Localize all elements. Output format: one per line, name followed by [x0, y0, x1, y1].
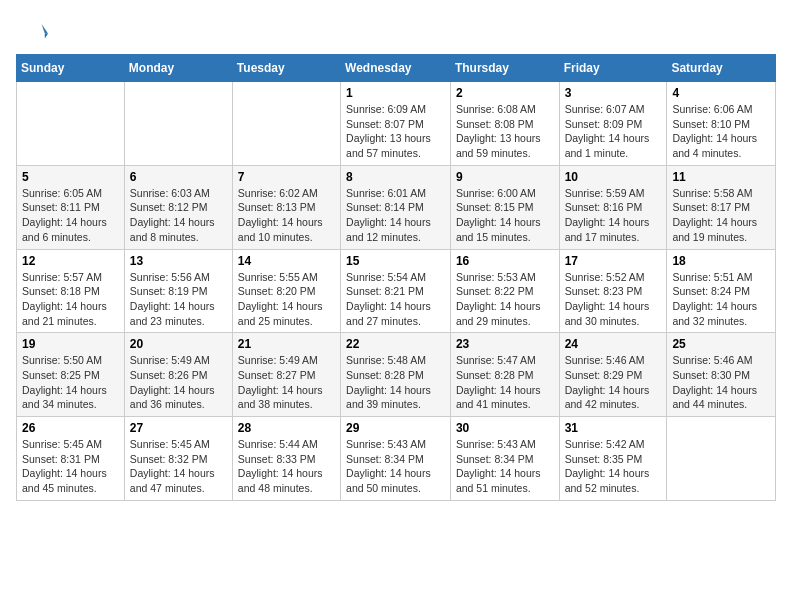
day-number: 13 [130, 254, 227, 268]
day-info: Sunrise: 5:54 AM Sunset: 8:21 PM Dayligh… [346, 270, 445, 329]
logo-icon [16, 16, 48, 48]
calendar-cell: 31Sunrise: 5:42 AM Sunset: 8:35 PM Dayli… [559, 417, 667, 501]
weekday-header-row: SundayMondayTuesdayWednesdayThursdayFrid… [17, 55, 776, 82]
day-info: Sunrise: 5:58 AM Sunset: 8:17 PM Dayligh… [672, 186, 770, 245]
calendar-cell: 9Sunrise: 6:00 AM Sunset: 8:15 PM Daylig… [450, 165, 559, 249]
calendar-cell: 30Sunrise: 5:43 AM Sunset: 8:34 PM Dayli… [450, 417, 559, 501]
day-info: Sunrise: 6:07 AM Sunset: 8:09 PM Dayligh… [565, 102, 662, 161]
calendar-cell: 11Sunrise: 5:58 AM Sunset: 8:17 PM Dayli… [667, 165, 776, 249]
weekday-thursday: Thursday [450, 55, 559, 82]
day-number: 3 [565, 86, 662, 100]
calendar-cell: 1Sunrise: 6:09 AM Sunset: 8:07 PM Daylig… [341, 82, 451, 166]
day-number: 22 [346, 337, 445, 351]
day-number: 30 [456, 421, 554, 435]
day-info: Sunrise: 5:43 AM Sunset: 8:34 PM Dayligh… [346, 437, 445, 496]
day-number: 1 [346, 86, 445, 100]
day-number: 25 [672, 337, 770, 351]
day-number: 5 [22, 170, 119, 184]
calendar-cell: 14Sunrise: 5:55 AM Sunset: 8:20 PM Dayli… [232, 249, 340, 333]
calendar-cell: 5Sunrise: 6:05 AM Sunset: 8:11 PM Daylig… [17, 165, 125, 249]
day-number: 21 [238, 337, 335, 351]
day-info: Sunrise: 5:57 AM Sunset: 8:18 PM Dayligh… [22, 270, 119, 329]
day-number: 19 [22, 337, 119, 351]
day-number: 16 [456, 254, 554, 268]
day-info: Sunrise: 6:08 AM Sunset: 8:08 PM Dayligh… [456, 102, 554, 161]
day-info: Sunrise: 5:44 AM Sunset: 8:33 PM Dayligh… [238, 437, 335, 496]
week-row-1: 1Sunrise: 6:09 AM Sunset: 8:07 PM Daylig… [17, 82, 776, 166]
day-info: Sunrise: 5:47 AM Sunset: 8:28 PM Dayligh… [456, 353, 554, 412]
week-row-5: 26Sunrise: 5:45 AM Sunset: 8:31 PM Dayli… [17, 417, 776, 501]
calendar-cell: 17Sunrise: 5:52 AM Sunset: 8:23 PM Dayli… [559, 249, 667, 333]
weekday-friday: Friday [559, 55, 667, 82]
day-info: Sunrise: 5:50 AM Sunset: 8:25 PM Dayligh… [22, 353, 119, 412]
day-number: 26 [22, 421, 119, 435]
calendar-cell: 7Sunrise: 6:02 AM Sunset: 8:13 PM Daylig… [232, 165, 340, 249]
calendar-cell [17, 82, 125, 166]
day-number: 15 [346, 254, 445, 268]
day-number: 9 [456, 170, 554, 184]
day-info: Sunrise: 6:03 AM Sunset: 8:12 PM Dayligh… [130, 186, 227, 245]
calendar-cell: 19Sunrise: 5:50 AM Sunset: 8:25 PM Dayli… [17, 333, 125, 417]
weekday-monday: Monday [124, 55, 232, 82]
day-number: 27 [130, 421, 227, 435]
day-number: 28 [238, 421, 335, 435]
day-number: 11 [672, 170, 770, 184]
calendar-cell: 8Sunrise: 6:01 AM Sunset: 8:14 PM Daylig… [341, 165, 451, 249]
calendar-cell: 20Sunrise: 5:49 AM Sunset: 8:26 PM Dayli… [124, 333, 232, 417]
calendar-cell [124, 82, 232, 166]
day-info: Sunrise: 5:55 AM Sunset: 8:20 PM Dayligh… [238, 270, 335, 329]
calendar-cell: 3Sunrise: 6:07 AM Sunset: 8:09 PM Daylig… [559, 82, 667, 166]
svg-marker-0 [42, 24, 48, 34]
day-info: Sunrise: 5:56 AM Sunset: 8:19 PM Dayligh… [130, 270, 227, 329]
week-row-3: 12Sunrise: 5:57 AM Sunset: 8:18 PM Dayli… [17, 249, 776, 333]
day-info: Sunrise: 5:42 AM Sunset: 8:35 PM Dayligh… [565, 437, 662, 496]
calendar-cell: 4Sunrise: 6:06 AM Sunset: 8:10 PM Daylig… [667, 82, 776, 166]
week-row-4: 19Sunrise: 5:50 AM Sunset: 8:25 PM Dayli… [17, 333, 776, 417]
day-info: Sunrise: 5:43 AM Sunset: 8:34 PM Dayligh… [456, 437, 554, 496]
calendar-cell: 22Sunrise: 5:48 AM Sunset: 8:28 PM Dayli… [341, 333, 451, 417]
calendar-cell: 27Sunrise: 5:45 AM Sunset: 8:32 PM Dayli… [124, 417, 232, 501]
day-number: 29 [346, 421, 445, 435]
day-number: 12 [22, 254, 119, 268]
day-number: 4 [672, 86, 770, 100]
day-number: 17 [565, 254, 662, 268]
day-number: 24 [565, 337, 662, 351]
calendar-cell: 24Sunrise: 5:46 AM Sunset: 8:29 PM Dayli… [559, 333, 667, 417]
day-info: Sunrise: 5:49 AM Sunset: 8:27 PM Dayligh… [238, 353, 335, 412]
day-number: 20 [130, 337, 227, 351]
calendar-table: SundayMondayTuesdayWednesdayThursdayFrid… [16, 54, 776, 501]
day-number: 10 [565, 170, 662, 184]
logo [16, 16, 52, 48]
day-info: Sunrise: 5:46 AM Sunset: 8:30 PM Dayligh… [672, 353, 770, 412]
svg-marker-1 [45, 34, 48, 39]
calendar-cell: 23Sunrise: 5:47 AM Sunset: 8:28 PM Dayli… [450, 333, 559, 417]
calendar-cell: 18Sunrise: 5:51 AM Sunset: 8:24 PM Dayli… [667, 249, 776, 333]
day-info: Sunrise: 5:53 AM Sunset: 8:22 PM Dayligh… [456, 270, 554, 329]
weekday-wednesday: Wednesday [341, 55, 451, 82]
calendar-cell: 6Sunrise: 6:03 AM Sunset: 8:12 PM Daylig… [124, 165, 232, 249]
day-info: Sunrise: 6:00 AM Sunset: 8:15 PM Dayligh… [456, 186, 554, 245]
day-number: 6 [130, 170, 227, 184]
calendar-cell [667, 417, 776, 501]
day-info: Sunrise: 5:48 AM Sunset: 8:28 PM Dayligh… [346, 353, 445, 412]
day-number: 2 [456, 86, 554, 100]
day-info: Sunrise: 5:46 AM Sunset: 8:29 PM Dayligh… [565, 353, 662, 412]
day-info: Sunrise: 5:45 AM Sunset: 8:32 PM Dayligh… [130, 437, 227, 496]
weekday-sunday: Sunday [17, 55, 125, 82]
day-info: Sunrise: 6:06 AM Sunset: 8:10 PM Dayligh… [672, 102, 770, 161]
day-info: Sunrise: 6:02 AM Sunset: 8:13 PM Dayligh… [238, 186, 335, 245]
day-number: 8 [346, 170, 445, 184]
day-info: Sunrise: 5:59 AM Sunset: 8:16 PM Dayligh… [565, 186, 662, 245]
calendar-cell: 25Sunrise: 5:46 AM Sunset: 8:30 PM Dayli… [667, 333, 776, 417]
calendar-cell: 12Sunrise: 5:57 AM Sunset: 8:18 PM Dayli… [17, 249, 125, 333]
page-header [16, 16, 776, 48]
calendar-cell: 16Sunrise: 5:53 AM Sunset: 8:22 PM Dayli… [450, 249, 559, 333]
calendar-cell [232, 82, 340, 166]
day-info: Sunrise: 6:01 AM Sunset: 8:14 PM Dayligh… [346, 186, 445, 245]
day-info: Sunrise: 5:51 AM Sunset: 8:24 PM Dayligh… [672, 270, 770, 329]
day-number: 31 [565, 421, 662, 435]
weekday-saturday: Saturday [667, 55, 776, 82]
day-number: 23 [456, 337, 554, 351]
day-info: Sunrise: 6:05 AM Sunset: 8:11 PM Dayligh… [22, 186, 119, 245]
day-info: Sunrise: 5:49 AM Sunset: 8:26 PM Dayligh… [130, 353, 227, 412]
